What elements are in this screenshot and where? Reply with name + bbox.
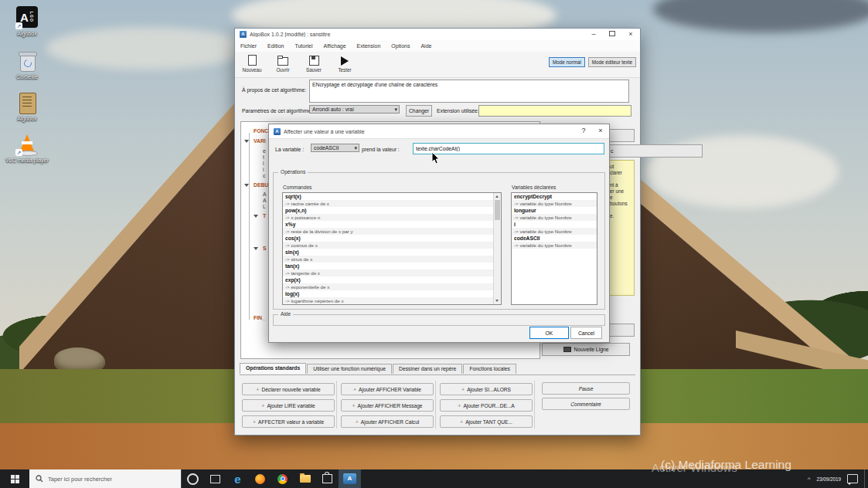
- tree-node[interactable]: FIN_: [254, 315, 265, 320]
- taskbar-icon-chrome[interactable]: [271, 469, 294, 488]
- list-item-desc[interactable]: -> variable du type Nombre: [512, 228, 597, 235]
- list-item-name[interactable]: i: [512, 221, 597, 228]
- action-button-ajouter-afficher-message[interactable]: +Ajouter AFFICHER Message: [341, 399, 434, 412]
- tray-chevron-icon[interactable]: ^: [808, 476, 811, 483]
- list-item-name[interactable]: pow(x,n): [283, 207, 501, 214]
- list-item-desc[interactable]: -> tangente de x: [283, 269, 501, 276]
- list-item-name[interactable]: exp(x): [283, 276, 501, 283]
- tree-node[interactable]: l: [263, 161, 264, 166]
- dialog-titlebar[interactable]: A Affecter une valeur à une variable ? ×: [269, 124, 609, 139]
- action-button-commentaire[interactable]: Commentaire: [542, 398, 630, 410]
- list-item-name[interactable]: log(x): [283, 290, 501, 297]
- show-desktop-button[interactable]: [864, 469, 868, 488]
- value-input[interactable]: [413, 143, 604, 154]
- list-item-desc[interactable]: -> logarithme népérien de x: [283, 297, 501, 304]
- taskbar-icon-algobox[interactable]: A: [339, 469, 361, 488]
- scroll-up-icon[interactable]: [495, 194, 500, 199]
- sauver-button[interactable]: Sauver: [301, 54, 326, 73]
- menu-aide[interactable]: Aide: [415, 43, 437, 49]
- action-button-ajouter-lire-variable[interactable]: +Ajouter LIRE variable: [242, 399, 335, 412]
- mode-normal-button[interactable]: Mode normal: [549, 57, 585, 67]
- nouvelle-ligne-button[interactable]: Nouvelle Ligne: [542, 343, 630, 356]
- list-item-name[interactable]: longueur: [512, 207, 597, 214]
- action-button-ajouter-afficher-calcul[interactable]: +Ajouter AFFICHER Calcul: [341, 415, 434, 428]
- taskbar-search[interactable]: Taper ici pour rechercher: [29, 469, 182, 488]
- list-item-name[interactable]: tan(x): [283, 263, 501, 269]
- variables-list[interactable]: encryptDecrypt-> variable du type Nombre…: [511, 192, 597, 305]
- scroll-down-icon[interactable]: [495, 298, 500, 303]
- cancel-button[interactable]: Cancel: [570, 327, 602, 339]
- taskbar-icon-cortana[interactable]: [182, 469, 204, 488]
- list-item-desc[interactable]: -> reste de la division de x par y: [283, 228, 501, 235]
- tree-node[interactable]: DEBU: [254, 182, 268, 188]
- tab-utiliser-une-fonction-numerique[interactable]: Utiliser une fonction numérique: [307, 364, 392, 374]
- clock-date[interactable]: 23/09/2019: [816, 476, 841, 482]
- menu-edition[interactable]: Edition: [262, 43, 289, 49]
- tab-fonctions-locales[interactable]: Fonctions locales: [463, 364, 516, 374]
- minimize-button[interactable]: –: [584, 29, 603, 40]
- taskbar-icon-edge[interactable]: e: [226, 469, 249, 488]
- taskbar-icon-firefox[interactable]: [249, 469, 271, 488]
- close-button[interactable]: ×: [621, 29, 640, 40]
- dialog-help-button[interactable]: ?: [575, 124, 592, 138]
- scroll-thumb[interactable]: [495, 200, 500, 220]
- list-item-desc[interactable]: -> sinus de x: [283, 256, 501, 263]
- action-button-ajouter-pourdea[interactable]: +Ajouter POUR...DE...A: [440, 399, 533, 412]
- menu-extension[interactable]: Extension: [352, 43, 386, 49]
- desktop-icon-algobox-doc[interactable]: Algobox: [5, 91, 49, 121]
- expander-icon[interactable]: [244, 184, 249, 187]
- tree-node[interactable]: FONC: [254, 128, 268, 134]
- action-button-ajouter-sialors[interactable]: +Ajouter SI...ALORS: [440, 383, 533, 395]
- rounding-dropdown[interactable]: Arrondi auto : vrai: [309, 105, 400, 114]
- menu-options[interactable]: Options: [386, 43, 415, 49]
- tree-node[interactable]: S: [263, 246, 267, 251]
- taskbar-icon-task-view[interactable]: [204, 469, 226, 488]
- tab-operations-standards[interactable]: Opérations standards: [240, 363, 306, 374]
- list-item-desc[interactable]: -> x puissance n: [283, 214, 501, 221]
- about-textarea[interactable]: ENcryptage et décryptage d'une chaîne de…: [309, 80, 629, 103]
- list-item-desc[interactable]: -> exponentielle de x: [283, 283, 501, 290]
- tree-node[interactable]: A: [263, 191, 267, 197]
- list-item-name[interactable]: codeASCII: [512, 235, 597, 242]
- maximize-button[interactable]: [603, 29, 621, 40]
- ok-button[interactable]: OK: [529, 327, 569, 339]
- menu-tutoriel[interactable]: Tutoriel: [289, 43, 318, 49]
- commandes-list[interactable]: sqrt(x)-> racine carrée de xpow(x,n)-> x…: [282, 192, 502, 305]
- desktop-icon-vlc[interactable]: ↗VLC media player: [5, 133, 49, 163]
- list-item-desc[interactable]: -> racine carrée de x: [283, 200, 501, 207]
- tree-node[interactable]: t: [263, 154, 264, 160]
- extension-input[interactable]: [478, 105, 631, 117]
- tester-button[interactable]: Tester: [332, 54, 357, 73]
- expander-icon[interactable]: [244, 140, 249, 143]
- list-item-desc[interactable]: -> variable du type Nombre: [512, 242, 597, 249]
- commandes-scrollbar[interactable]: [493, 193, 501, 304]
- list-item-name[interactable]: cos(x): [283, 235, 501, 242]
- expander-icon[interactable]: [254, 247, 258, 250]
- nouveau-button[interactable]: Nouveau: [240, 54, 264, 73]
- changer-button[interactable]: Changer: [406, 105, 432, 117]
- action-button-affecter-valeur-a-variable[interactable]: +AFFECTER valeur à variable: [242, 415, 335, 428]
- list-item-name[interactable]: encryptDecrypt: [512, 193, 597, 200]
- tree-node[interactable]: i: [263, 167, 264, 172]
- menu-affichage[interactable]: Affichage: [318, 43, 352, 49]
- tree-node[interactable]: L: [263, 204, 266, 209]
- list-item-name[interactable]: sin(x): [283, 249, 501, 256]
- taskbar-icon-store[interactable]: [316, 469, 339, 488]
- tree-node[interactable]: c: [263, 173, 265, 178]
- notification-center-icon[interactable]: [847, 474, 858, 483]
- dialog-close-button[interactable]: ×: [592, 124, 609, 138]
- tree-node[interactable]: T: [263, 213, 266, 219]
- desktop-icon-corbeille[interactable]: Corbeille: [5, 49, 49, 80]
- tree-node[interactable]: A: [263, 198, 267, 203]
- taskbar-icon-explorer[interactable]: [294, 469, 316, 488]
- list-item-name[interactable]: x%y: [283, 221, 501, 228]
- mode-editeur-texte-button[interactable]: Mode éditeur texte: [588, 57, 636, 67]
- action-button-ajouter-afficher-variable[interactable]: +Ajouter AFFICHER Variable: [341, 383, 434, 395]
- tree-node[interactable]: e: [263, 148, 266, 154]
- action-button-declarer-nouvelle-variable[interactable]: +Déclarer nouvelle variable: [242, 383, 335, 395]
- start-button[interactable]: [0, 469, 29, 488]
- list-item-name[interactable]: sqrt(x): [283, 193, 501, 200]
- expander-icon[interactable]: [254, 215, 258, 218]
- ouvrir-button[interactable]: Ouvrir: [271, 54, 295, 73]
- list-item-desc[interactable]: -> variable du type Nombre: [512, 200, 597, 207]
